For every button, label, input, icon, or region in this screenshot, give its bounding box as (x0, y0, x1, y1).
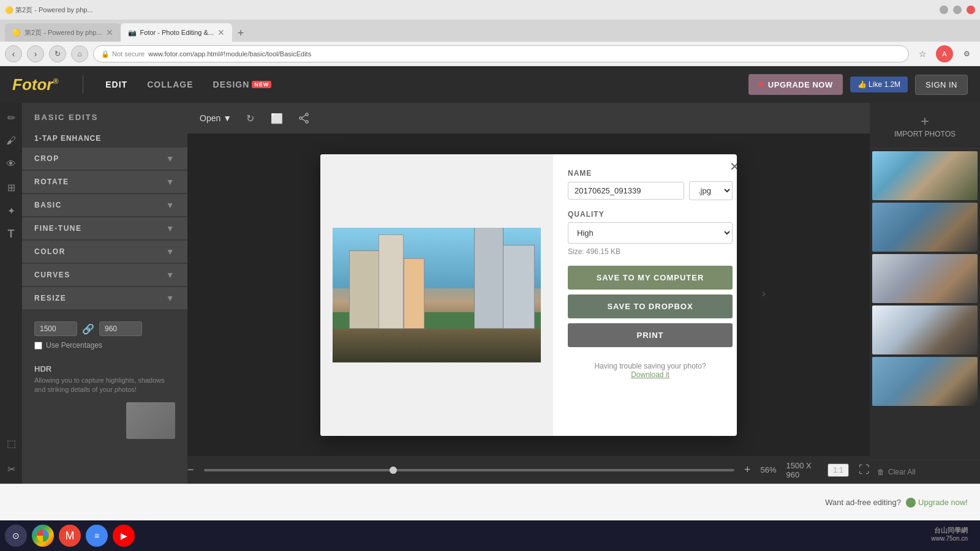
eye-icon[interactable]: 👁 (1, 154, 21, 174)
thumbnail-5[interactable] (872, 357, 978, 406)
name-label: NAME (568, 169, 733, 178)
nav-design[interactable]: DESIGN NEW (203, 66, 282, 103)
forward-btn[interactable]: › (27, 45, 44, 62)
curves-arrow: ▼ (166, 270, 175, 280)
reload-btn[interactable]: ↻ (49, 45, 66, 62)
crop-tool-icon[interactable]: ✂ (1, 459, 21, 479)
logo-sup: ® (53, 77, 58, 86)
thumbnail-4[interactable] (872, 305, 978, 354)
preview-bld1 (349, 250, 380, 329)
taskbar-home[interactable]: ⊙ (5, 525, 27, 547)
sidebar-item-basic[interactable]: BASIC ▼ (22, 194, 187, 216)
thumbnail-2[interactable] (872, 203, 978, 252)
filename-row: .jpg .png .bmp (568, 181, 733, 200)
modal-close-btn[interactable]: ✕ (729, 159, 737, 174)
border-icon[interactable]: ⬚ (1, 433, 21, 453)
bottom-ad-bar: Want ad-free editing? Upgrade now! 台山同學網… (0, 484, 980, 520)
hdr-title: HDR (34, 364, 175, 373)
text-icon[interactable]: T (1, 224, 21, 244)
print-btn[interactable]: PRINT (568, 323, 733, 347)
sidebar-item-color[interactable]: COLOR ▼ (22, 241, 187, 263)
sidebar-title: BASIC EDITS (22, 103, 187, 129)
sidebar-item-rotate[interactable]: ROTATE ▼ (22, 171, 187, 193)
sidebar-item-curves[interactable]: CURVES ▼ (22, 264, 187, 286)
canvas-area: ✕ NAME .jpg .png (187, 133, 870, 456)
user-account-icon[interactable]: A (936, 45, 953, 62)
extension-select[interactable]: .jpg .png .bmp (689, 181, 733, 200)
upgrade-now-link[interactable]: Upgrade now! (906, 498, 968, 508)
thumb-1-image (872, 151, 978, 200)
zoom-in-btn[interactable]: + (744, 463, 751, 476)
thumbnail-3[interactable] (872, 254, 978, 303)
browser-title-text: 🟡 第2页 - Powered by php... (5, 6, 93, 15)
close-btn[interactable] (967, 6, 975, 14)
pencil-icon[interactable]: ✏ (1, 108, 21, 127)
home-btn[interactable]: ⌂ (71, 45, 88, 62)
save-to-computer-btn[interactable]: SAVE TO MY COMPUTER (568, 266, 733, 290)
grid-icon[interactable]: ⊞ (1, 178, 21, 197)
bookmark-btn[interactable]: ☆ (914, 45, 931, 62)
svg-point-1 (306, 121, 308, 123)
nav-edit[interactable]: EDIT (96, 66, 137, 103)
one-tap-enhance[interactable]: 1-TAP ENHANCE (22, 129, 187, 148)
resize-height[interactable] (99, 321, 142, 336)
plus-icon: + (921, 113, 929, 130)
share-toolbar-icon[interactable] (295, 110, 312, 127)
right-panel: + IMPORT PHOTOS (870, 103, 980, 484)
tab-fotor[interactable]: 📷 Fotor - Photo Editing &... ✕ (121, 23, 232, 42)
use-percentages-checkbox[interactable] (34, 342, 42, 350)
icon-strip: ✏ 🖌 👁 ⊞ ✦ T ⬚ ✂ (0, 103, 22, 484)
sidebar-item-resize[interactable]: RESIZE ▼ (22, 287, 187, 309)
sidebar-item-crop[interactable]: CROP ▼ (22, 148, 187, 170)
resize-width[interactable] (34, 321, 77, 336)
preview-bld3 (404, 258, 424, 328)
signin-btn[interactable]: SIGN IN (915, 75, 968, 95)
rotate-toolbar-icon[interactable]: ↻ (241, 110, 258, 127)
header-divider (83, 75, 83, 94)
save-to-dropbox-btn[interactable]: SAVE TO DROPBOX (568, 294, 733, 318)
filename-input[interactable] (568, 182, 684, 200)
nav-collage[interactable]: COLLAGE (137, 66, 203, 103)
zoom-out-btn[interactable]: − (187, 463, 194, 476)
address-bar[interactable]: 🔒 Not secure www.fotor.com/app.html#!mod… (93, 45, 909, 62)
tab-php[interactable]: 🟡 第2页 - Powered by php... ✕ (5, 23, 121, 42)
minimize-btn[interactable] (940, 6, 948, 14)
import-photos-btn[interactable]: + IMPORT PHOTOS (870, 103, 980, 149)
fullscreen-icon[interactable]: ⛶ (859, 463, 870, 476)
quality-select[interactable]: Low Medium High Best (568, 222, 733, 244)
star-icon[interactable]: ✦ (1, 201, 21, 220)
taskbar-youtube[interactable]: ▶ (113, 525, 135, 547)
zoom-slider[interactable] (204, 469, 735, 471)
tab-php-close[interactable]: ✕ (106, 28, 113, 37)
logo-text: Fotor (12, 75, 53, 94)
fb-like-btn[interactable]: 👍 Like 1.2M (850, 77, 908, 92)
tab-fotor-close[interactable]: ✕ (217, 28, 225, 37)
resize-section: 🔗 Use Percentages (22, 310, 187, 357)
size-info: Size: 496.15 KB (568, 247, 733, 256)
taskbar-chrome[interactable] (32, 525, 54, 547)
taskbar-gmail[interactable]: M (59, 525, 81, 547)
sidebar-item-finetune[interactable]: FINE-TUNE ▼ (22, 217, 187, 239)
maximize-btn[interactable] (953, 6, 962, 14)
clear-all-btn[interactable]: 🗑 Clear All (870, 460, 980, 484)
ratio-btn[interactable]: 1:1 (827, 463, 849, 477)
thumb-4-image (872, 305, 978, 354)
crop-arrow: ▼ (166, 154, 175, 163)
frame-toolbar-icon[interactable]: ⬜ (268, 110, 285, 127)
svg-point-2 (300, 117, 302, 119)
resize-arrow: ▼ (166, 293, 175, 303)
extensions-btn[interactable]: ⚙ (958, 45, 975, 62)
preview-bld2 (379, 234, 404, 329)
open-btn[interactable]: Open ▼ (200, 113, 232, 123)
finetune-arrow: ▼ (166, 223, 175, 233)
new-tab-btn[interactable]: + (232, 24, 249, 42)
svg-point-0 (306, 113, 308, 116)
brush-icon[interactable]: 🖌 (1, 131, 21, 151)
download-link[interactable]: Download it (568, 370, 733, 379)
back-btn[interactable]: ‹ (5, 45, 22, 62)
thumbnail-1[interactable] (872, 151, 978, 200)
import-label: IMPORT PHOTOS (894, 130, 956, 138)
upgrade-btn[interactable]: ♥ UPGRADE NOW (748, 74, 843, 95)
zoom-thumb[interactable] (390, 467, 397, 474)
taskbar-docs[interactable]: ≡ (86, 525, 108, 547)
